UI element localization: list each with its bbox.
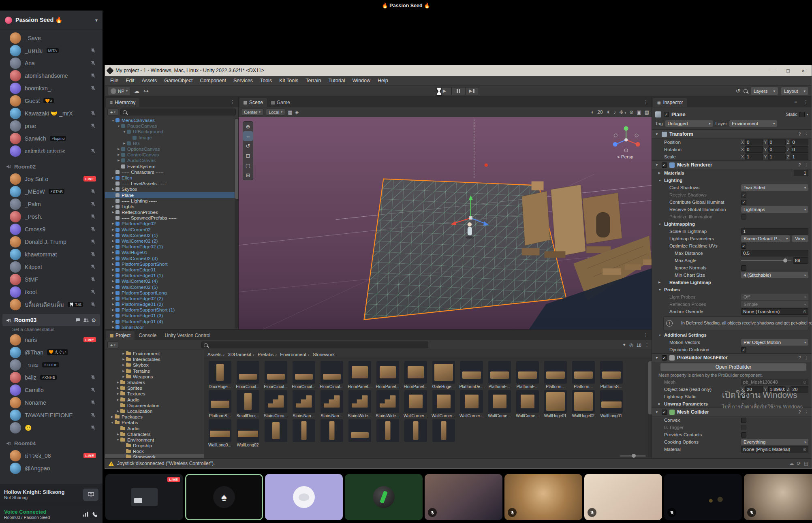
breadcrumb-item[interactable]: 3DGamekit bbox=[223, 352, 251, 357]
voice-user-row[interactable]: _Posh. bbox=[2, 210, 100, 223]
kebab-icon[interactable]: ⋮ bbox=[804, 355, 808, 361]
expand-arrow[interactable]: ▶ bbox=[121, 358, 126, 361]
participant-tile[interactable] bbox=[664, 474, 742, 520]
hierarchy-item[interactable]: ▶WallCorner02 (1) bbox=[105, 233, 238, 238]
hierarchy-item[interactable]: ▶WallCorner02 (4) bbox=[105, 278, 238, 284]
object-field[interactable]: None (Physic Material)⊙ bbox=[741, 446, 808, 453]
foldout-arrow[interactable] bbox=[658, 223, 662, 226]
inspector-row[interactable]: Realtime Lightmap▾⊙XYZRealtime Lightmap bbox=[652, 279, 812, 286]
hierarchy-item[interactable]: ▶PlatformSupportLong bbox=[105, 290, 238, 296]
expand-arrow[interactable]: ▶ bbox=[116, 153, 121, 156]
voice-user-row[interactable]: ปลื้มคนดีคนเต็ม🦷 T:/S bbox=[2, 298, 100, 311]
voice-user-row[interactable]: 🙂 bbox=[2, 421, 100, 434]
y-field[interactable]: 1 bbox=[768, 154, 786, 160]
folder-item[interactable]: Stonework bbox=[105, 454, 204, 458]
voice-user-row[interactable]: _แหม่มMITA bbox=[2, 44, 100, 57]
asset-tile[interactable]: FloorCircul... bbox=[318, 361, 346, 389]
asset-tile[interactable]: WallCorner... bbox=[430, 390, 457, 418]
asset-tile[interactable]: DoorHuge... bbox=[206, 361, 234, 389]
asset-tile[interactable]: PlatformE... bbox=[513, 361, 541, 389]
inspector-row[interactable]: Prioritize Illumination▾⊙XYZPrioritize I… bbox=[652, 213, 812, 220]
asset-tile[interactable]: StairsNarr... bbox=[318, 390, 346, 418]
hierarchy-scrollbar[interactable] bbox=[235, 118, 238, 329]
hierarchy-item[interactable]: ▶WallCorner02 (2) bbox=[105, 238, 238, 244]
breadcrumb-item[interactable]: Prefabs bbox=[253, 352, 274, 357]
hierarchy-item[interactable]: ▼PauseCanvas bbox=[105, 123, 238, 129]
scene-lighting-icon[interactable]: ☀ bbox=[606, 109, 611, 115]
expand-arrow[interactable]: ▶ bbox=[111, 274, 115, 277]
expand-arrow[interactable]: ▶ bbox=[111, 314, 115, 317]
asset-tile[interactable] bbox=[402, 419, 430, 447]
menu-item[interactable]: Terrain bbox=[302, 76, 325, 85]
voice-user-row[interactable]: Cmoss9 bbox=[2, 223, 100, 235]
inspector-row[interactable]: Scale In Lightmap1▾111⊙XYZ1Scale In Ligh… bbox=[652, 228, 812, 235]
expand-arrow[interactable]: ▶ bbox=[111, 251, 115, 254]
asset-tile[interactable]: WallCorner... bbox=[402, 390, 430, 418]
foldout-arrow[interactable] bbox=[658, 334, 662, 337]
hierarchy-item[interactable]: ▶PlatformEdge02 (1) bbox=[105, 244, 238, 250]
voice-user-row[interactable]: @Angpao bbox=[2, 462, 100, 474]
hierarchy-item[interactable]: ▶OptionsCanvas bbox=[105, 146, 238, 152]
mesh-collider-header[interactable]: ▼ Mesh Collider ?⋮ bbox=[652, 408, 812, 416]
folder-item[interactable]: Dropship bbox=[105, 443, 204, 448]
expand-arrow[interactable]: ▶ bbox=[111, 222, 115, 225]
tag-dropdown[interactable]: Untagged▾ bbox=[665, 120, 713, 127]
expand-arrow[interactable]: ▶ bbox=[115, 410, 120, 413]
inspector-row[interactable]: Position▾⊙X0Y0Z0Position bbox=[652, 139, 812, 146]
folder-item[interactable]: ▶Skybox bbox=[105, 362, 204, 368]
component-enabled-checkbox[interactable] bbox=[662, 355, 667, 361]
hierarchy-search-input[interactable] bbox=[120, 109, 236, 115]
asset-tile[interactable]: WallCorne... bbox=[485, 390, 513, 418]
tab-unity-version-control[interactable]: Unity Version Control bbox=[160, 331, 214, 340]
voice-user-row[interactable]: atomishandsome bbox=[2, 69, 100, 82]
hierarchy-item[interactable]: ----- SpawnedPrefabs ----- bbox=[105, 215, 238, 221]
pause-button[interactable] bbox=[451, 87, 465, 95]
asset-tile[interactable]: FloorCircul... bbox=[262, 361, 290, 389]
expand-arrow[interactable]: ▶ bbox=[110, 415, 115, 418]
folder-item[interactable]: ▶Terrains bbox=[105, 368, 204, 374]
view-tool[interactable]: ⊕ bbox=[243, 122, 253, 131]
inspector-row[interactable]: Light ProbesOff▾OffOffOff⊙XYZOffLight Pr… bbox=[652, 293, 812, 301]
participant-tile[interactable] bbox=[504, 474, 582, 520]
dropdown[interactable]: Lightmaps▾ bbox=[741, 206, 808, 213]
inspector-row[interactable]: Unwrap Parameters▾⊙XYZUnwrap Parameters bbox=[652, 400, 812, 408]
expand-arrow[interactable]: ▼ bbox=[111, 119, 115, 122]
hierarchy-item[interactable]: ▶PlatformEdge02 bbox=[105, 221, 238, 226]
voice-user-row[interactable]: _บอม⚡CODE bbox=[2, 359, 100, 371]
foldout-arrow[interactable]: ▼ bbox=[655, 163, 659, 167]
folder-item[interactable]: ▼Prefabs bbox=[105, 420, 204, 425]
folder-item[interactable]: ▶Textures bbox=[105, 391, 204, 397]
folder-item[interactable]: ▶Shaders bbox=[105, 380, 204, 385]
disconnect-call-icon[interactable] bbox=[92, 511, 98, 518]
hierarchy-item[interactable]: ▶WallCorner02 bbox=[105, 227, 238, 233]
asset-tile[interactable] bbox=[346, 419, 374, 447]
expand-arrow[interactable]: ▶ bbox=[111, 263, 115, 266]
dropdown[interactable]: Everything▾ bbox=[741, 439, 808, 445]
gameobject-active-checkbox[interactable] bbox=[664, 112, 669, 117]
expand-arrow[interactable]: ▶ bbox=[121, 375, 126, 378]
tab-project[interactable]: Project bbox=[106, 331, 135, 340]
hierarchy-item[interactable]: ▶SmallDoor bbox=[105, 324, 238, 329]
inspector-row[interactable]: Motion VectorsPer Object Motion▾Per Obje… bbox=[652, 339, 812, 346]
voice-user-row[interactable]: Ana bbox=[2, 57, 100, 69]
inspector-row[interactable]: Receive Global IlluminationLightmaps▾Lig… bbox=[652, 206, 812, 213]
voice-user-row[interactable]: ม่าวซ่ง_08LIVE bbox=[2, 449, 100, 462]
inspector-row[interactable]: Convex▾⊙XYZConvex bbox=[652, 416, 812, 424]
open-probuilder-button[interactable]: Open ProBuilder bbox=[660, 363, 807, 371]
inspector-row[interactable]: Max Distance0.5▾0.50.50.5⊙XYZ0.5Max Dist… bbox=[652, 250, 812, 257]
layer-dropdown[interactable]: Environment▾ bbox=[729, 120, 777, 127]
close-button[interactable]: × bbox=[797, 68, 809, 74]
help-icon[interactable]: ? bbox=[798, 132, 801, 137]
expand-arrow[interactable]: ▼ bbox=[110, 421, 115, 424]
project-scrollbar[interactable] bbox=[648, 361, 651, 457]
voice-channel-room02[interactable]: Room02 bbox=[0, 160, 103, 173]
effects-dropdown-icon[interactable]: ❉ ▾ bbox=[619, 109, 626, 115]
expand-arrow[interactable]: ▶ bbox=[122, 142, 127, 145]
menu-item[interactable]: Help bbox=[374, 76, 392, 85]
inspector-row[interactable]: Ignore Normals▾⊙XYZIgnore Normals bbox=[652, 264, 812, 271]
gizmos-icon[interactable]: ▤ bbox=[645, 109, 649, 115]
inspector-row[interactable]: Optimize Realtime UVs▾⊙XYZOptimize Realt… bbox=[652, 242, 812, 250]
slider-value[interactable]: 89 bbox=[793, 257, 808, 264]
asset-tile[interactable] bbox=[290, 419, 318, 447]
expand-arrow[interactable]: ▶ bbox=[111, 228, 115, 231]
